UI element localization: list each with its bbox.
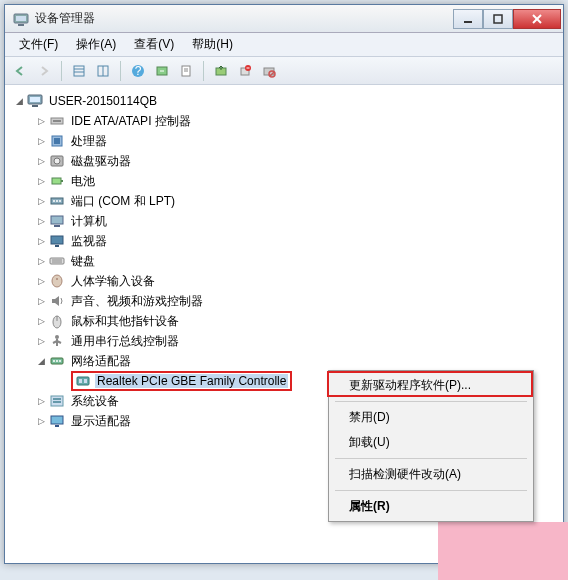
- svg-point-47: [52, 275, 62, 287]
- forward-button[interactable]: [33, 60, 55, 82]
- svg-rect-34: [52, 178, 61, 184]
- expand-icon[interactable]: ▷: [35, 295, 47, 307]
- disk-icon: [49, 153, 65, 169]
- tree-item-label: 键盘: [69, 253, 97, 270]
- expand-icon[interactable]: ▷: [35, 215, 47, 227]
- tree-item[interactable]: ▷计算机: [11, 211, 563, 231]
- network-label: 网络适配器: [69, 353, 133, 370]
- minimize-button[interactable]: [453, 9, 483, 29]
- tree-item-label: 处理器: [69, 133, 109, 150]
- expand-icon[interactable]: ▷: [35, 395, 47, 407]
- expand-icon[interactable]: ▷: [35, 155, 47, 167]
- display-icon: [49, 413, 65, 429]
- svg-rect-27: [32, 105, 38, 107]
- svg-rect-1: [16, 16, 26, 21]
- help-button[interactable]: ?: [127, 60, 149, 82]
- tree-item-network[interactable]: ◢ 网络适配器: [11, 351, 563, 371]
- expander-spacer: [57, 375, 69, 387]
- menu-file[interactable]: 文件(F): [11, 34, 66, 55]
- view-details-button[interactable]: [92, 60, 114, 82]
- expand-icon[interactable]: ▷: [35, 115, 47, 127]
- expand-icon[interactable]: ▷: [35, 235, 47, 247]
- menu-action[interactable]: 操作(A): [68, 34, 124, 55]
- tree-item-label: 电池: [69, 173, 97, 190]
- svg-rect-2: [18, 24, 24, 26]
- expand-icon[interactable]: ▷: [35, 135, 47, 147]
- menu-scan[interactable]: 扫描检测硬件改动(A): [331, 462, 531, 487]
- expand-icon[interactable]: ▷: [35, 335, 47, 347]
- expand-icon[interactable]: ▷: [35, 315, 47, 327]
- menu-view[interactable]: 查看(V): [126, 34, 182, 55]
- tree-item[interactable]: ▷处理器: [11, 131, 563, 151]
- menu-uninstall[interactable]: 卸载(U): [331, 430, 531, 455]
- svg-point-57: [56, 360, 58, 362]
- menu-update-driver[interactable]: 更新驱动程序软件(P)...: [331, 373, 531, 398]
- menu-disable[interactable]: 禁用(D): [331, 405, 531, 430]
- tree-item[interactable]: ▷通用串行总线控制器: [11, 331, 563, 351]
- disable-button[interactable]: [258, 60, 280, 82]
- system-icon: [49, 393, 65, 409]
- toolbar-separator: [120, 61, 121, 81]
- update-driver-button[interactable]: [210, 60, 232, 82]
- svg-point-38: [56, 200, 58, 202]
- toolbar: ?: [5, 57, 563, 85]
- tree-item[interactable]: ▷声音、视频和游戏控制器: [11, 291, 563, 311]
- window-buttons: [453, 9, 561, 29]
- tree-item-label: IDE ATA/ATAPI 控制器: [69, 113, 193, 130]
- view-list-button[interactable]: [68, 60, 90, 82]
- svg-point-56: [53, 360, 55, 362]
- svg-rect-60: [79, 379, 82, 383]
- tree-item[interactable]: ▷端口 (COM 和 LPT): [11, 191, 563, 211]
- uninstall-button[interactable]: [234, 60, 256, 82]
- hid-icon: [49, 273, 65, 289]
- svg-point-37: [53, 200, 55, 202]
- tree-item[interactable]: ▷监视器: [11, 231, 563, 251]
- svg-rect-64: [53, 401, 61, 403]
- expand-icon[interactable]: ▷: [35, 175, 47, 187]
- close-button[interactable]: [513, 9, 561, 29]
- tree-root[interactable]: ◢ USER-20150114QB: [11, 91, 563, 111]
- tree-item-label: 系统设备: [69, 393, 121, 410]
- monitor-icon: [49, 233, 65, 249]
- collapse-icon[interactable]: ◢: [13, 95, 25, 107]
- titlebar: 设备管理器: [5, 5, 563, 33]
- expand-icon[interactable]: ▷: [35, 415, 47, 427]
- app-icon: [13, 11, 29, 27]
- nic-icon: [75, 373, 91, 389]
- tree-item[interactable]: ▷电池: [11, 171, 563, 191]
- menu-properties[interactable]: 属性(R): [331, 494, 531, 519]
- svg-rect-63: [53, 398, 61, 400]
- keyboard-icon: [49, 253, 65, 269]
- computer-icon: [49, 213, 65, 229]
- tree-item-label: 人体学输入设备: [69, 273, 157, 290]
- svg-point-39: [59, 200, 61, 202]
- svg-rect-29: [53, 120, 61, 122]
- tree-item-label: 鼠标和其他指针设备: [69, 313, 181, 330]
- tree-item[interactable]: ▷人体学输入设备: [11, 271, 563, 291]
- scan-button[interactable]: [151, 60, 173, 82]
- menu-help[interactable]: 帮助(H): [184, 34, 241, 55]
- expand-icon[interactable]: ▷: [35, 275, 47, 287]
- svg-rect-35: [61, 180, 63, 182]
- ide-icon: [49, 113, 65, 129]
- maximize-button[interactable]: [483, 9, 513, 29]
- window-title: 设备管理器: [35, 10, 453, 27]
- tree-item-label: 磁盘驱动器: [69, 153, 133, 170]
- properties-button[interactable]: [175, 60, 197, 82]
- collapse-icon[interactable]: ◢: [35, 355, 47, 367]
- back-button[interactable]: [9, 60, 31, 82]
- svg-point-33: [54, 158, 60, 164]
- battery-icon: [49, 173, 65, 189]
- expand-icon[interactable]: ▷: [35, 195, 47, 207]
- tree-item[interactable]: ▷鼠标和其他指针设备: [11, 311, 563, 331]
- context-menu: 更新驱动程序软件(P)... 禁用(D) 卸载(U) 扫描检测硬件改动(A) 属…: [328, 370, 534, 522]
- svg-rect-4: [494, 15, 502, 23]
- tree-item[interactable]: ▷IDE ATA/ATAPI 控制器: [11, 111, 563, 131]
- svg-rect-42: [51, 236, 63, 244]
- tree-item[interactable]: ▷键盘: [11, 251, 563, 271]
- expand-icon[interactable]: ▷: [35, 255, 47, 267]
- network-icon: [49, 353, 65, 369]
- tree-item[interactable]: ▷磁盘驱动器: [11, 151, 563, 171]
- svg-point-58: [59, 360, 61, 362]
- svg-rect-61: [84, 379, 87, 383]
